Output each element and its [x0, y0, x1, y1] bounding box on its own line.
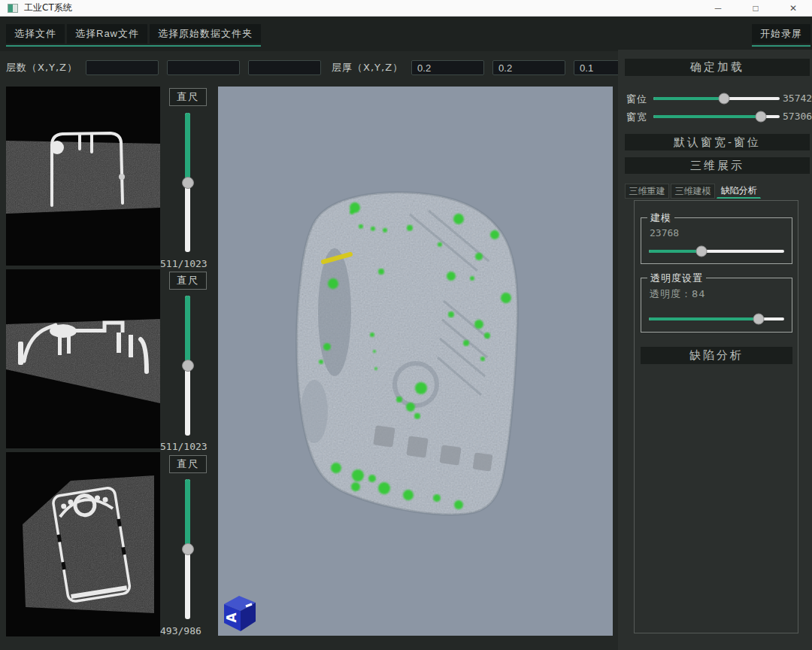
defect-marker: [406, 402, 415, 412]
defect-marker: [350, 210, 354, 214]
thickness-x-input[interactable]: [411, 60, 484, 75]
defect-marker: [378, 482, 390, 494]
menubar: 选择文件 选择Raw文件 选择原始数据文件夹 开始录屏: [0, 17, 812, 51]
opacity-group-title: 透明度设置: [647, 272, 706, 285]
maximize-button[interactable]: □: [737, 0, 774, 17]
defect-marker: [383, 228, 387, 232]
defect-analysis-panel: 建模 23768 透明度设置 透明度：84 缺陷分析: [634, 200, 798, 633]
opacity-slider-handle[interactable]: [753, 314, 764, 325]
default-window-button[interactable]: 默认窗宽-窗位: [625, 134, 810, 150]
window-width-label: 窗宽: [626, 111, 647, 124]
titlebar: 工业CT系统 ─ □ ✕: [0, 0, 812, 17]
slice-position-label-middle: 511/1023: [160, 441, 214, 452]
window-width-value: 57306: [783, 111, 812, 122]
app-logo-icon: [8, 4, 18, 13]
defect-marker: [447, 272, 456, 281]
start-recording-button[interactable]: 开始录屏: [752, 24, 810, 44]
display-3d-button[interactable]: 三维展示: [625, 157, 810, 174]
select-raw-file-button[interactable]: 选择Raw文件: [67, 24, 147, 44]
defect-marker: [378, 269, 384, 275]
select-raw-data-folder-button[interactable]: 选择原始数据文件夹: [150, 24, 261, 44]
defect-marker: [415, 382, 427, 394]
defect-marker: [396, 396, 402, 402]
defect-marker: [475, 253, 483, 260]
parameter-row: 层数（X,Y,Z） 层厚（X,Y,Z）: [6, 59, 647, 77]
ruler-button-top[interactable]: 直尺: [169, 88, 207, 106]
modeling-groupbox: 建模 23768: [641, 217, 792, 264]
defect-marker: [438, 242, 442, 247]
defect-marker: [371, 226, 375, 231]
minimize-button[interactable]: ─: [699, 0, 737, 17]
ruler-button-bottom[interactable]: 直尺: [169, 455, 207, 473]
defect-marker: [470, 276, 474, 281]
tab-3d-modeling[interactable]: 三维建模: [671, 184, 715, 199]
defect-marker: [474, 320, 483, 329]
slice-slider-bottom-fill: [185, 479, 190, 549]
slice-slider-middle[interactable]: [185, 296, 190, 436]
layers-y-input[interactable]: [167, 60, 240, 75]
slice-slider-top-handle[interactable]: [182, 177, 194, 189]
slice-slider-middle-fill: [185, 296, 190, 366]
tab-3d-reconstruction[interactable]: 三维重建: [625, 184, 669, 199]
layers-x-input[interactable]: [86, 60, 159, 75]
window-level-value: 35742: [783, 93, 812, 104]
window-title: 工业CT系统: [24, 2, 72, 14]
slice-slider-top[interactable]: [185, 113, 190, 252]
defect-marker: [463, 340, 469, 346]
defect-marker: [448, 311, 454, 317]
opacity-slider-fill: [649, 317, 759, 320]
tab-defect-analysis[interactable]: 缺陷分析: [717, 184, 761, 199]
slice-slider-middle-handle[interactable]: [182, 360, 194, 372]
defect-marker: [359, 224, 363, 229]
window-level-label: 窗位: [626, 93, 647, 106]
opacity-value: 透明度：84: [650, 287, 706, 301]
defect-marker: [453, 214, 464, 224]
slice-view-bottom[interactable]: [6, 452, 160, 636]
defect-analysis-button[interactable]: 缺陷分析: [641, 347, 792, 364]
slice-slider-bottom[interactable]: [185, 479, 190, 619]
defect-marker: [374, 367, 377, 370]
defect-marker: [407, 225, 413, 231]
defect-marker: [501, 293, 511, 303]
slice-position-label-bottom: 493/986: [160, 625, 214, 636]
defect-marker: [480, 357, 485, 361]
window-width-fill: [653, 115, 761, 118]
select-file-button[interactable]: 选择文件: [6, 24, 65, 44]
orientation-cube-label: A: [224, 612, 239, 623]
thickness-y-input[interactable]: [492, 60, 565, 75]
window-width-slider[interactable]: [653, 115, 780, 118]
defect-marker: [319, 360, 323, 364]
file-menu-group: 选择文件 选择Raw文件 选择原始数据文件夹: [6, 24, 261, 47]
app-window: 工业CT系统 ─ □ ✕ 选择文件 选择Raw文件 选择原始数据文件夹 开始录屏…: [0, 0, 812, 650]
modeling-slider-handle[interactable]: [696, 246, 707, 257]
slice-slider-bottom-handle[interactable]: [182, 543, 194, 555]
window-level-handle[interactable]: [719, 93, 730, 105]
defect-marker: [414, 413, 420, 419]
modeling-group-title: 建模: [647, 211, 674, 225]
modeling-slider-fill: [649, 250, 701, 253]
defect-marker: [370, 333, 374, 337]
defect-marker: [490, 230, 499, 239]
defect-marker: [373, 350, 376, 353]
window-width-handle[interactable]: [755, 111, 766, 123]
defect-marker: [403, 490, 414, 500]
defect-marker: [484, 333, 490, 339]
close-button[interactable]: ✕: [774, 0, 812, 17]
slice-view-middle[interactable]: [6, 269, 160, 448]
defect-marker: [433, 494, 441, 502]
right-panel: 确定加载 窗位 35742 窗宽 57306 默认窗宽-窗位 三维展示 三维重建…: [618, 50, 812, 650]
window-level-slider[interactable]: [653, 97, 780, 100]
viewport-3d[interactable]: A: [218, 87, 613, 636]
opacity-groupbox: 透明度设置 透明度：84: [641, 278, 792, 333]
confirm-load-button[interactable]: 确定加载: [625, 59, 810, 76]
opacity-slider[interactable]: [649, 317, 784, 320]
window-controls: ─ □ ✕: [699, 0, 812, 17]
window-level-fill: [653, 97, 724, 100]
slice-position-label-top: 511/1023: [160, 258, 214, 269]
layers-z-input[interactable]: [248, 60, 321, 75]
slice-slider-top-fill: [185, 113, 190, 183]
defect-marker: [351, 482, 360, 491]
modeling-slider[interactable]: [649, 250, 784, 253]
slice-view-top[interactable]: [6, 87, 160, 266]
ruler-button-middle[interactable]: 直尺: [169, 272, 207, 290]
